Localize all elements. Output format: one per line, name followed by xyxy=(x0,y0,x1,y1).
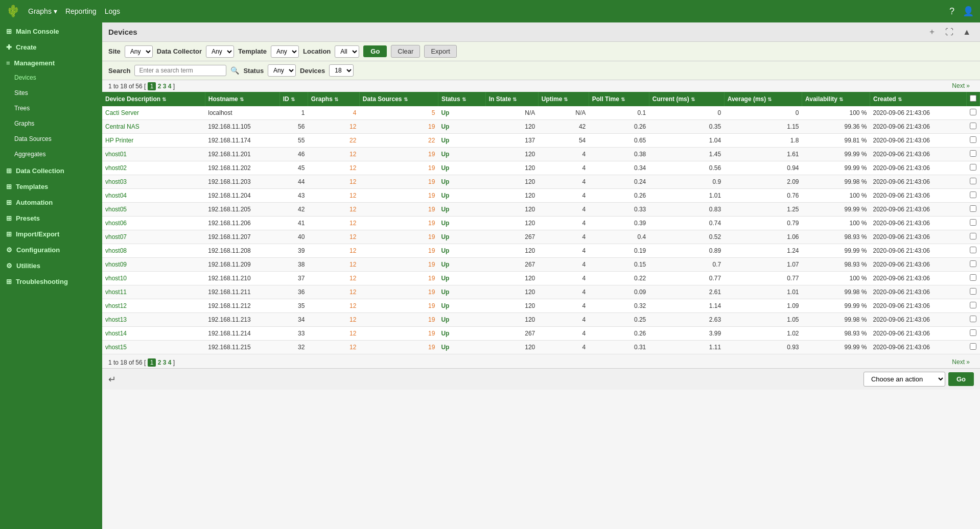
device-description-link[interactable]: vhost06 xyxy=(105,220,127,227)
device-description-link[interactable]: Cacti Server xyxy=(105,109,139,116)
user-icon[interactable]: 👤 xyxy=(963,6,974,17)
row-checkbox[interactable] xyxy=(970,123,976,129)
sidebar-item-create[interactable]: ✚ Create xyxy=(0,38,102,54)
th-id[interactable]: ID ⇅ xyxy=(279,92,308,106)
row-checkbox[interactable] xyxy=(970,219,976,226)
data-sources-link[interactable]: 19 xyxy=(428,220,435,227)
graphs-link[interactable]: 12 xyxy=(349,220,356,227)
data-sources-link[interactable]: 19 xyxy=(428,302,435,309)
page-3-link-bottom[interactable]: 3 xyxy=(163,359,167,366)
th-created[interactable]: Created ⇅ xyxy=(870,92,967,106)
device-description-link[interactable]: vhost02 xyxy=(105,164,127,172)
add-button[interactable]: ＋ xyxy=(925,26,939,38)
next-link-bottom[interactable]: Next » xyxy=(952,358,974,366)
page-1-current[interactable]: 1 xyxy=(148,82,156,90)
row-checkbox[interactable] xyxy=(970,150,976,157)
cell-checkbox[interactable] xyxy=(967,313,980,327)
cell-checkbox[interactable] xyxy=(967,285,980,299)
sidebar-sub-graphs[interactable]: Graphs xyxy=(0,116,102,131)
data-sources-link[interactable]: 19 xyxy=(428,316,435,323)
data-sources-link[interactable]: 22 xyxy=(428,137,435,144)
cell-checkbox[interactable] xyxy=(967,341,980,354)
devices-per-page-select[interactable]: 18 30 50 xyxy=(329,64,354,77)
export-button[interactable]: Export xyxy=(424,45,457,58)
graphs-link[interactable]: 12 xyxy=(349,247,356,254)
th-uptime[interactable]: Uptime ⇅ xyxy=(538,92,589,106)
row-checkbox[interactable] xyxy=(970,178,976,184)
graphs-link[interactable]: 12 xyxy=(349,302,356,309)
graphs-link[interactable]: 22 xyxy=(349,137,356,144)
page-4-link[interactable]: 4 xyxy=(168,83,172,90)
graphs-link[interactable]: 12 xyxy=(349,316,356,323)
device-description-link[interactable]: vhost08 xyxy=(105,247,127,254)
graphs-link[interactable]: 12 xyxy=(349,275,356,282)
data-sources-link[interactable]: 19 xyxy=(428,178,435,185)
data-sources-link[interactable]: 19 xyxy=(428,330,435,337)
row-checkbox[interactable] xyxy=(970,205,976,212)
device-description-link[interactable]: vhost01 xyxy=(105,151,127,158)
graphs-link[interactable]: 12 xyxy=(349,123,356,130)
clear-button[interactable]: Clear xyxy=(391,45,420,58)
sidebar-item-automation[interactable]: ⊞ Automation xyxy=(0,194,102,209)
device-description-link[interactable]: Central NAS xyxy=(105,123,139,130)
sidebar-item-templates[interactable]: ⊞ Templates xyxy=(0,178,102,194)
sidebar-item-main-console[interactable]: ⊞ Main Console xyxy=(0,22,102,38)
graphs-link[interactable]: 12 xyxy=(349,192,356,199)
device-description-link[interactable]: vhost09 xyxy=(105,261,127,268)
th-checkbox[interactable] xyxy=(967,92,980,106)
cell-checkbox[interactable] xyxy=(967,272,980,285)
action-go-button[interactable]: Go xyxy=(948,372,974,386)
row-checkbox[interactable] xyxy=(970,247,976,253)
device-description-link[interactable]: vhost11 xyxy=(105,288,127,296)
sidebar-item-configuration[interactable]: ⚙ Configuration xyxy=(0,241,102,257)
th-data-sources[interactable]: Data Sources ⇅ xyxy=(359,92,438,106)
row-checkbox[interactable] xyxy=(970,164,976,171)
data-collector-select[interactable]: Any xyxy=(206,45,234,58)
sidebar-sub-sites[interactable]: Sites xyxy=(0,85,102,101)
device-description-link[interactable]: vhost12 xyxy=(105,302,127,309)
device-description-link[interactable]: vhost05 xyxy=(105,206,127,213)
cell-checkbox[interactable] xyxy=(967,327,980,341)
sidebar-item-troubleshooting[interactable]: ⊞ Troubleshooting xyxy=(0,273,102,288)
row-checkbox[interactable] xyxy=(970,260,976,267)
site-select[interactable]: Any xyxy=(125,45,153,58)
cell-checkbox[interactable] xyxy=(967,217,980,230)
sidebar-sub-data-sources[interactable]: Data Sources xyxy=(0,131,102,147)
data-sources-link[interactable]: 19 xyxy=(428,164,435,172)
th-availability[interactable]: Availability ⇅ xyxy=(802,92,870,106)
data-sources-link[interactable]: 19 xyxy=(428,233,435,241)
th-average[interactable]: Average (ms) ⇅ xyxy=(724,92,802,106)
status-select[interactable]: Any xyxy=(268,64,296,77)
data-sources-link[interactable]: 19 xyxy=(428,192,435,199)
th-status[interactable]: Status ⇅ xyxy=(438,92,485,106)
th-description[interactable]: Device Description ⇅ xyxy=(102,92,205,106)
graphs-link[interactable]: 12 xyxy=(349,164,356,172)
data-sources-link[interactable]: 19 xyxy=(428,151,435,158)
collapse-button[interactable]: ▲ xyxy=(960,26,974,38)
next-link-top[interactable]: Next » xyxy=(952,82,974,89)
graphs-link[interactable]: 12 xyxy=(349,178,356,185)
th-hostname[interactable]: Hostname ⇅ xyxy=(205,92,279,106)
page-1-current-bottom[interactable]: 1 xyxy=(148,358,156,367)
graphs-link[interactable]: 12 xyxy=(349,344,356,351)
sidebar-item-presets[interactable]: ⊞ Presets xyxy=(0,209,102,225)
th-current[interactable]: Current (ms) ⇅ xyxy=(649,92,724,106)
data-sources-link[interactable]: 5 xyxy=(432,109,435,116)
row-checkbox[interactable] xyxy=(970,109,976,115)
row-checkbox[interactable] xyxy=(970,343,976,350)
device-description-link[interactable]: vhost07 xyxy=(105,233,127,241)
sidebar-item-import-export[interactable]: ⊞ Import/Export xyxy=(0,225,102,241)
device-description-link[interactable]: vhost04 xyxy=(105,192,127,199)
graphs-link[interactable]: 12 xyxy=(349,233,356,241)
nav-graphs[interactable]: Graphs ▾ xyxy=(28,7,57,15)
cell-checkbox[interactable] xyxy=(967,299,980,313)
device-description-link[interactable]: vhost15 xyxy=(105,344,127,351)
graphs-link[interactable]: 12 xyxy=(349,330,356,337)
graphs-link[interactable]: 12 xyxy=(349,151,356,158)
fullscreen-button[interactable]: ⛶ xyxy=(942,26,956,38)
sidebar-sub-aggregates[interactable]: Aggregates xyxy=(0,147,102,162)
row-checkbox[interactable] xyxy=(970,302,976,308)
cell-checkbox[interactable] xyxy=(967,134,980,148)
device-description-link[interactable]: vhost10 xyxy=(105,275,127,282)
nav-reporting[interactable]: Reporting xyxy=(65,7,97,15)
